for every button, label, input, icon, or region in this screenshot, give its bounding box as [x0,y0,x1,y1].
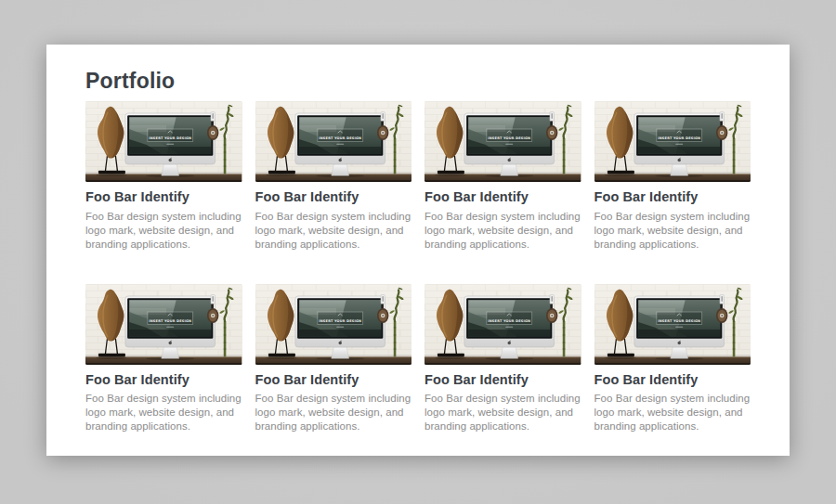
portfolio-grid: Foo Bar Identify Foo Bar design system i… [85,101,751,433]
imac-mockup-image [255,101,412,182]
imac-mockup-image [425,101,581,182]
portfolio-item-caption: Foo Bar Identify Foo Bar design system i… [255,190,412,251]
portfolio-item-description: Foo Bar design system including logo mar… [255,210,412,252]
page-title: Portfolio [85,70,751,93]
portfolio-item[interactable]: Foo Bar Identify Foo Bar design system i… [85,101,242,251]
portfolio-item-description: Foo Bar design system including logo mar… [594,392,751,433]
portfolio-item[interactable]: Foo Bar Identify Foo Bar design system i… [255,101,412,251]
portfolio-item-caption: Foo Bar Identify Foo Bar design system i… [425,190,581,251]
portfolio-item-title: Foo Bar Identify [85,373,242,387]
imac-mockup-image [255,284,412,365]
portfolio-thumbnail[interactable] [425,101,581,182]
imac-mockup-image [425,284,581,365]
portfolio-item-caption: Foo Bar Identify Foo Bar design system i… [594,373,751,433]
portfolio-item[interactable]: Foo Bar Identify Foo Bar design system i… [425,101,581,251]
portfolio-item[interactable]: Foo Bar Identify Foo Bar design system i… [594,284,751,433]
portfolio-thumbnail[interactable] [255,101,412,182]
portfolio-thumbnail[interactable] [425,284,581,365]
imac-mockup-image [594,284,751,365]
portfolio-thumbnail[interactable] [85,284,242,365]
imac-mockup-image [594,101,751,182]
imac-mockup-image [85,101,242,182]
portfolio-item[interactable]: Foo Bar Identify Foo Bar design system i… [425,284,581,433]
portfolio-item[interactable]: Foo Bar Identify Foo Bar design system i… [255,284,412,433]
portfolio-item-title: Foo Bar Identify [425,190,581,204]
portfolio-thumbnail[interactable] [594,284,751,365]
portfolio-item-description: Foo Bar design system including logo mar… [85,210,242,252]
imac-mockup-image [85,284,242,365]
portfolio-item-title: Foo Bar Identify [425,373,581,387]
portfolio-item[interactable]: Foo Bar Identify Foo Bar design system i… [594,101,751,251]
portfolio-thumbnail[interactable] [255,284,412,365]
portfolio-thumbnail[interactable] [85,101,242,182]
portfolio-item-caption: Foo Bar Identify Foo Bar design system i… [425,373,581,433]
portfolio-item-title: Foo Bar Identify [85,190,242,204]
portfolio-item-title: Foo Bar Identify [594,373,751,387]
portfolio-item-caption: Foo Bar Identify Foo Bar design system i… [255,373,412,433]
portfolio-item-caption: Foo Bar Identify Foo Bar design system i… [85,373,242,433]
portfolio-item-description: Foo Bar design system including logo mar… [255,392,412,433]
portfolio-thumbnail[interactable] [594,101,751,182]
portfolio-item-description: Foo Bar design system including logo mar… [425,392,581,433]
portfolio-item-caption: Foo Bar Identify Foo Bar design system i… [594,190,751,251]
portfolio-item-title: Foo Bar Identify [255,190,412,204]
portfolio-item-description: Foo Bar design system including logo mar… [594,210,751,252]
portfolio-item-title: Foo Bar Identify [594,190,751,204]
portfolio-item-description: Foo Bar design system including logo mar… [425,210,581,252]
portfolio-item[interactable]: Foo Bar Identify Foo Bar design system i… [85,284,242,433]
content-panel: Portfolio Foo Bar Identify Foo Bar desig… [46,45,790,456]
portfolio-item-description: Foo Bar design system including logo mar… [85,392,242,433]
portfolio-item-caption: Foo Bar Identify Foo Bar design system i… [85,190,242,251]
portfolio-item-title: Foo Bar Identify [255,373,412,387]
page-background: { "page": { "title": "Portfolio" }, "col… [0,0,836,504]
